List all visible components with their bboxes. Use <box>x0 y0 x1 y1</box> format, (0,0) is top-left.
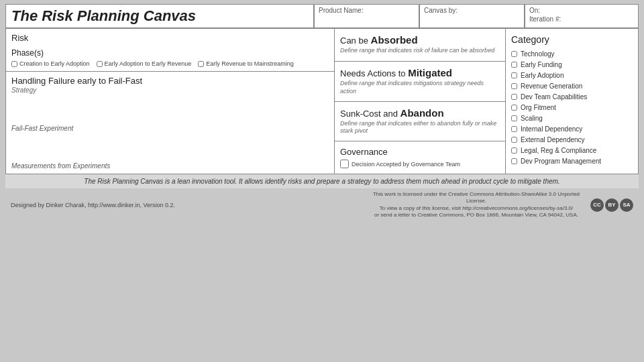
governance-section: Governance Decision Accepted by Governan… <box>335 141 505 174</box>
category-item-2[interactable]: Early Adoption <box>511 72 633 79</box>
mitigated-title: Needs Actions to Mitigated <box>340 67 500 78</box>
failure-title: Handling Failure early to Fail-Fast <box>11 76 329 86</box>
category-checkbox-5[interactable] <box>511 105 517 111</box>
category-checkbox-1[interactable] <box>511 62 517 68</box>
absorbed-desc: Define range that indicates risk of fail… <box>340 47 500 55</box>
absorbed-title: Can be Absorbed <box>340 34 500 46</box>
category-checkbox-7[interactable] <box>511 126 517 132</box>
sa-icon: SA <box>620 198 633 212</box>
governance-checkbox[interactable]: Decision Accepted by Governance Team <box>340 160 500 168</box>
mitigated-desc: Define range that indicates mitigations … <box>340 80 500 95</box>
category-item-0[interactable]: Technology <box>511 50 633 58</box>
measurements-label: Measurements from Experiments <box>11 162 329 170</box>
iteration-label: Iteration #: <box>529 15 634 23</box>
footer-description: The Risk Planning Canvas is a lean innov… <box>5 174 639 188</box>
category-item-10[interactable]: Dev Program Management <box>511 158 633 165</box>
failure-subtitle: Strategy <box>11 86 329 94</box>
phase-checkboxes-row: Creation to Early Adoption Early Adoptio… <box>11 60 329 67</box>
governance-title: Governance <box>340 147 500 157</box>
cc-badge: CC BY SA <box>590 198 633 212</box>
by-icon: BY <box>605 198 619 212</box>
category-checkbox-0[interactable] <box>511 51 517 57</box>
phase-checkbox-1[interactable]: Creation to Early Adoption <box>11 60 90 67</box>
category-item-7[interactable]: Internal Dependency <box>511 125 633 133</box>
category-title: Category <box>511 34 633 45</box>
on-label: On: <box>529 7 634 14</box>
category-checkbox-2[interactable] <box>511 72 517 78</box>
category-item-3[interactable]: Revenue Generation <box>511 82 633 90</box>
absorbed-section: Can be Absorbed Define range that indica… <box>335 29 505 62</box>
canvas-title: The Risk Planning Canvas <box>5 4 314 28</box>
category-checkbox-8[interactable] <box>511 137 517 143</box>
product-name-field[interactable]: Product Name: <box>314 4 419 28</box>
risk-label: Risk <box>11 33 329 43</box>
phase-checkbox-3[interactable]: Early Revenue to Mainstreaming <box>198 60 294 67</box>
left-column: Risk Phase(s) Creation to Early Adoption… <box>6 29 335 174</box>
phase-checkbox-2[interactable]: Early Adoption to Early Revenue <box>97 60 192 67</box>
category-item-8[interactable]: External Dependency <box>511 136 633 143</box>
cc-icon: CC <box>590 198 604 212</box>
middle-column: Can be Absorbed Define range that indica… <box>335 29 506 174</box>
risk-phase-section: Risk Phase(s) Creation to Early Adoption… <box>6 29 334 72</box>
phase-checkbox-input-3[interactable] <box>198 61 204 67</box>
category-item-6[interactable]: Scaling <box>511 115 633 122</box>
category-item-9[interactable]: Legal, Reg & Compliance <box>511 147 633 154</box>
governance-checkbox-input[interactable] <box>340 160 349 168</box>
category-checkbox-3[interactable] <box>511 83 517 89</box>
abandon-title: Sunk-Cost and Abandon <box>340 107 500 119</box>
category-checkbox-9[interactable] <box>511 147 517 154</box>
phase-checkbox-input-1[interactable] <box>11 61 17 67</box>
on-iteration-field[interactable]: On: Iteration #: <box>525 4 639 28</box>
category-item-1[interactable]: Early Funding <box>511 61 633 68</box>
failure-section: Handling Failure early to Fail-Fast Stra… <box>6 72 334 174</box>
category-item-5[interactable]: Org Fitment <box>511 104 633 111</box>
category-checkbox-4[interactable] <box>511 94 517 100</box>
footer-license: This work is licensed under the Creative… <box>369 191 584 219</box>
fail-fast-label: Fail-Fast Experiment <box>11 125 329 132</box>
footer-credit: Designed by Dinker Charak, http://www.di… <box>11 202 175 208</box>
category-item-4[interactable]: Dev Team Capabilities <box>511 93 633 101</box>
abandon-desc: Define range that indicates either to ab… <box>340 120 500 135</box>
abandon-section: Sunk-Cost and Abandon Define range that … <box>335 102 505 141</box>
phase-checkbox-input-2[interactable] <box>97 61 103 67</box>
mitigated-section: Needs Actions to Mitigated Define range … <box>335 62 505 101</box>
category-checkbox-10[interactable] <box>511 158 517 164</box>
category-checkbox-6[interactable] <box>511 115 517 121</box>
canvas-by-field[interactable]: Canvas by: <box>419 4 525 28</box>
footer-bottom: Designed by Dinker Charak, http://www.di… <box>5 188 639 222</box>
phase-label: Phase(s) <box>11 48 329 58</box>
right-column: Category Technology Early Funding Early … <box>506 29 638 174</box>
